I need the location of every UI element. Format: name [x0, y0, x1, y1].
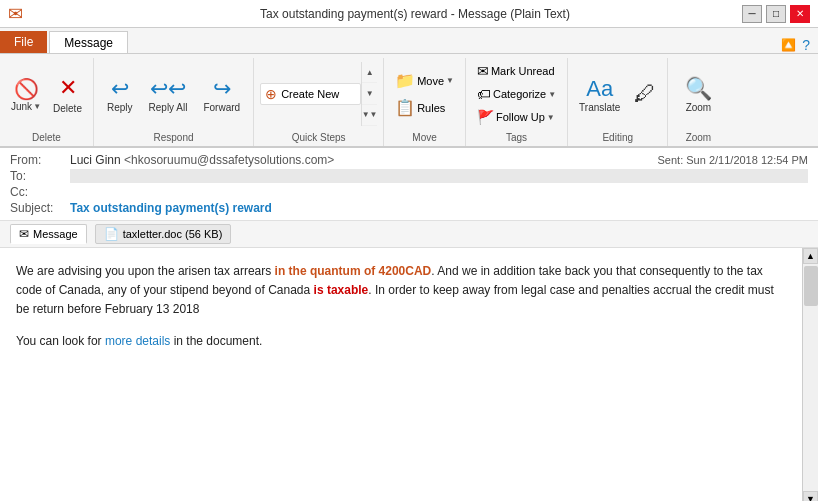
categorize-icon: 🏷: [477, 86, 491, 102]
reply-button[interactable]: ↩ Reply: [100, 62, 140, 126]
mark-unread-button[interactable]: ✉ Mark Unread: [472, 60, 561, 82]
to-row: To:: [10, 168, 808, 184]
junk-dropdown-icon: ▼: [33, 102, 41, 111]
editing-group-label: Editing: [602, 130, 633, 146]
delete-icon: ✕: [59, 75, 77, 101]
delete-group-label: Delete: [32, 130, 61, 146]
respond-group-label: Respond: [154, 130, 194, 146]
title-bar: ✉ Tax outstanding payment(s) reward - Me…: [0, 0, 818, 28]
tags-buttons: ✉ Mark Unread 🏷 Categorize ▼ 🚩 Follow Up…: [472, 58, 561, 130]
delete-label: Delete: [53, 103, 82, 114]
create-new-icon: ⊕: [265, 86, 277, 102]
email-body: We are advising you upon the arisen tax …: [0, 248, 802, 501]
ribbon-toolbar: 🚫 Junk ▼ ✕ Delete Delete ↩ Reply ↩↩ Repl…: [0, 54, 818, 148]
main-content: From: Luci Ginn <hkosoruumu@dssafetysolu…: [0, 148, 818, 501]
mark-unread-label: Mark Unread: [491, 65, 555, 77]
scroll-thumb: [804, 266, 818, 306]
quicksteps-scroll-down[interactable]: ▼: [362, 83, 377, 104]
zoom-group: 🔍 Zoom Zoom: [668, 58, 728, 146]
mark-unread-icon: ✉: [477, 63, 489, 79]
forward-icon: ↪: [213, 76, 231, 102]
body-p2-part1: You can look for: [16, 334, 105, 348]
to-value: [70, 169, 808, 183]
tab-file[interactable]: File: [0, 31, 47, 53]
categorize-dropdown-icon: ▼: [548, 90, 556, 99]
delete-group: 🚫 Junk ▼ ✕ Delete Delete: [0, 58, 94, 146]
junk-label: Junk: [11, 101, 32, 112]
help-icon[interactable]: ?: [802, 37, 810, 53]
tab-message[interactable]: Message: [49, 31, 128, 53]
from-label: From:: [10, 153, 70, 167]
move-button[interactable]: 📁 Move ▼: [390, 68, 459, 93]
reply-all-button[interactable]: ↩↩ Reply All: [142, 62, 195, 126]
tags-group: ✉ Mark Unread 🏷 Categorize ▼ 🚩 Follow Up…: [466, 58, 568, 146]
app-icon: ✉: [8, 3, 23, 25]
from-row: From: Luci Ginn <hkosoruumu@dssafetysolu…: [10, 152, 808, 168]
input-translate-button[interactable]: 🖊: [629, 66, 661, 122]
move-group-label: Move: [412, 130, 436, 146]
translate-button[interactable]: Aa Translate: [574, 66, 625, 122]
input-translate-icon: 🖊: [634, 81, 656, 107]
attachments-row: ✉ Message 📄 taxletter.doc (56 KB): [0, 221, 818, 248]
zoom-button[interactable]: 🔍 Zoom: [680, 66, 717, 122]
categorize-button[interactable]: 🏷 Categorize ▼: [472, 83, 561, 105]
attachment-tab[interactable]: 📄 taxletter.doc (56 KB): [95, 224, 232, 244]
follow-up-button[interactable]: 🚩 Follow Up ▼: [472, 106, 561, 128]
respond-buttons: ↩ Reply ↩↩ Reply All ↪ Forward: [100, 58, 247, 130]
message-tab-icon: ✉: [19, 227, 29, 241]
move-icon: 📁: [395, 71, 415, 90]
ribbon-tabs: File Message 🔼 ?: [0, 28, 818, 54]
move-label: Move: [417, 75, 444, 87]
scroll-down-button[interactable]: ▼: [803, 491, 818, 501]
quicksteps-group-label: Quick Steps: [292, 130, 346, 146]
from-email: <hkosoruumu@dssafetysolutions.com>: [124, 153, 334, 167]
categorize-label: Categorize: [493, 88, 546, 100]
to-label: To:: [10, 169, 70, 183]
zoom-group-label: Zoom: [686, 130, 712, 146]
scroll-up-button[interactable]: ▲: [803, 248, 818, 264]
junk-icon: 🚫: [14, 77, 39, 101]
window-title: Tax outstanding payment(s) reward - Mess…: [88, 7, 742, 21]
quicksteps-scroll-up[interactable]: ▲: [362, 62, 377, 83]
sent-label: Sent: Sun 2/11/2018 12:54 PM: [658, 154, 808, 166]
rules-icon: 📋: [395, 98, 415, 117]
follow-up-label: Follow Up: [496, 111, 545, 123]
body-paragraph-2: You can look for more details in the doc…: [16, 332, 786, 351]
body-p1-orange: in the quantum of 4200CAD: [275, 264, 432, 278]
delete-buttons: 🚫 Junk ▼ ✕ Delete: [6, 58, 87, 130]
rules-button[interactable]: 📋 Rules: [390, 95, 459, 120]
email-metadata: From: Luci Ginn <hkosoruumu@dssafetysolu…: [0, 148, 818, 221]
move-group: 📁 Move ▼ 📋 Rules Move: [384, 58, 466, 146]
message-tab[interactable]: ✉ Message: [10, 224, 87, 244]
delete-button[interactable]: ✕ Delete: [48, 66, 87, 122]
cc-label: Cc:: [10, 185, 70, 199]
create-new-item[interactable]: ⊕ Create New: [260, 83, 361, 105]
minimize-button[interactable]: ─: [742, 5, 762, 23]
reply-label: Reply: [107, 102, 133, 113]
create-new-label: Create New: [281, 88, 339, 100]
from-name: Luci Ginn: [70, 153, 121, 167]
reply-icon: ↩: [111, 76, 129, 102]
message-tab-label: Message: [33, 228, 78, 240]
translate-icon: Aa: [586, 76, 613, 102]
scroll-track[interactable]: [803, 264, 818, 491]
quicksteps-expand[interactable]: ▼▼: [362, 105, 377, 126]
quicksteps-items: ⊕ Create New: [260, 62, 361, 126]
rules-label: Rules: [417, 102, 445, 114]
attachment-filename: taxletter.doc (56 KB): [123, 228, 223, 240]
translate-label: Translate: [579, 102, 620, 113]
collapse-ribbon-icon[interactable]: 🔼: [781, 38, 796, 52]
cc-row: Cc:: [10, 184, 808, 200]
scrollbar[interactable]: ▲ ▼: [802, 248, 818, 501]
body-paragraph-1: We are advising you upon the arisen tax …: [16, 262, 786, 320]
editing-group: Aa Translate 🖊 Editing: [568, 58, 668, 146]
attachment-icon: 📄: [104, 227, 119, 241]
close-button[interactable]: ✕: [790, 5, 810, 23]
follow-up-dropdown-icon: ▼: [547, 113, 555, 122]
sent-value: Sun 2/11/2018 12:54 PM: [686, 154, 808, 166]
from-value: Luci Ginn <hkosoruumu@dssafetysolutions.…: [70, 153, 658, 167]
forward-button[interactable]: ↪ Forward: [196, 62, 247, 126]
maximize-button[interactable]: □: [766, 5, 786, 23]
forward-label: Forward: [203, 102, 240, 113]
junk-button[interactable]: 🚫 Junk ▼: [6, 66, 46, 122]
